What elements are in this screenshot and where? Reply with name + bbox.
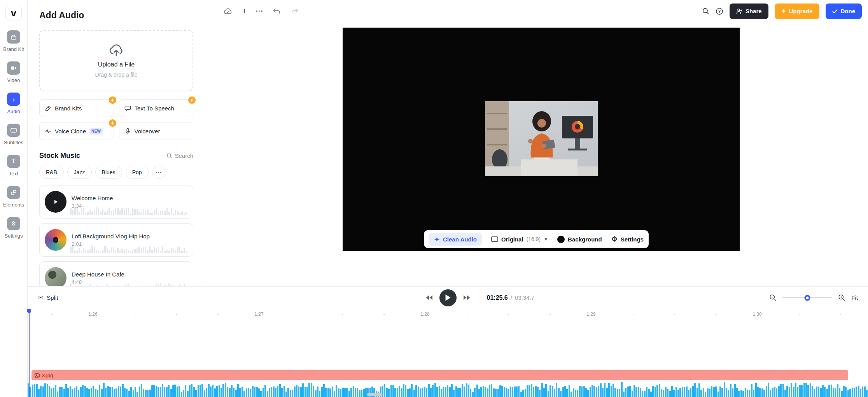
speech-bubble-icon xyxy=(124,105,131,112)
voice-clone-button[interactable]: Voice Clone NEW xyxy=(39,122,114,140)
stock-track-list: Welcome Home 3:34 Lofi Background Vlog H… xyxy=(39,185,193,286)
more-genres-button[interactable] xyxy=(152,166,165,179)
zoom-out-icon[interactable] xyxy=(769,294,777,301)
sidebar-item-text[interactable]: T Text xyxy=(7,155,20,177)
left-rail: v Brand Kit Video ♪ Audio Subtitles T Te… xyxy=(0,0,28,397)
split-button[interactable]: ✂ Split xyxy=(38,294,58,302)
play-button[interactable] xyxy=(439,289,457,306)
sidebar-item-brand-kit[interactable]: Brand Kit xyxy=(3,30,24,52)
sparkle-icon xyxy=(434,236,440,242)
stock-music-header: Stock Music Search xyxy=(39,152,193,160)
clean-audio-label: Clean Audio xyxy=(443,236,477,243)
upload-dropzone[interactable]: Upload a File Drag & drop a file xyxy=(39,30,193,91)
timeline-scrollbar-handle[interactable] xyxy=(367,393,382,396)
editor-main: 1 ? Share Upgra xyxy=(205,0,868,286)
audio-waveform-clip[interactable] xyxy=(28,382,868,397)
stock-track-item[interactable]: Deep House In Cafe 4:48 xyxy=(39,261,193,286)
sidebar-item-settings[interactable]: ⚙ Settings xyxy=(5,217,23,239)
music-note-icon: ♪ xyxy=(7,93,20,106)
video-camera-icon xyxy=(7,61,20,75)
aspect-ratio-button[interactable]: Original (16:9) ▼ xyxy=(491,236,548,243)
upgrade-button[interactable]: Upgrade xyxy=(775,3,819,19)
zoom-slider-knob[interactable] xyxy=(805,295,810,301)
sidebar-item-label: Video xyxy=(7,77,20,83)
stock-search-label: Search xyxy=(175,152,193,159)
track-title: Deep House In Cafe xyxy=(72,271,124,278)
sidebar-item-label: Settings xyxy=(5,233,23,239)
sidebar-item-label: Subtitles xyxy=(4,140,23,145)
cloud-saved-icon[interactable] xyxy=(223,7,233,15)
more-options-icon[interactable] xyxy=(256,10,262,12)
help-icon[interactable]: ? xyxy=(716,7,723,15)
text-to-speech-button[interactable]: Text To Speech xyxy=(119,99,194,117)
cloud-upload-icon xyxy=(108,44,124,58)
settings-button[interactable]: ⚙ Settings xyxy=(611,236,644,243)
scissors-icon: ✂ xyxy=(38,294,43,302)
done-button[interactable]: Done xyxy=(826,3,862,19)
text-to-speech-label: Text To Speech xyxy=(135,105,174,112)
sidebar-item-label: Brand Kit xyxy=(3,46,24,52)
share-label: Share xyxy=(746,8,762,14)
gear-icon: ⚙ xyxy=(611,236,618,243)
timeline-ruler[interactable]: 1:261:271:281:291:30 xyxy=(28,309,868,321)
audio-tools: Brand Kits Text To Speech Voice Clone NE… xyxy=(39,99,193,140)
zoom-slider[interactable] xyxy=(782,297,832,298)
image-icon xyxy=(35,373,40,378)
track-duration: 3:34 xyxy=(72,203,113,209)
share-person-icon xyxy=(736,8,742,14)
page-title: Add Audio xyxy=(39,10,193,21)
stock-search-button[interactable]: Search xyxy=(166,152,193,159)
timeline: ✂ Split 01:25.6 / 03:34.7 xyxy=(28,286,868,397)
sidebar-item-label: Audio xyxy=(7,108,20,114)
track-album-art[interactable] xyxy=(45,267,66,286)
clean-audio-button[interactable]: Clean Audio xyxy=(429,233,482,246)
monitor-icon xyxy=(491,236,498,242)
playhead[interactable] xyxy=(29,309,30,397)
done-label: Done xyxy=(841,8,856,14)
background-label: Background xyxy=(568,236,602,243)
zoom-in-icon[interactable] xyxy=(838,294,845,301)
pen-icon xyxy=(45,105,51,112)
genre-chip-rnb[interactable]: R&B xyxy=(39,166,64,179)
sidebar-item-subtitles[interactable]: Subtitles xyxy=(4,124,23,145)
track-play-button[interactable] xyxy=(45,191,66,213)
genre-chip-blues[interactable]: Blues xyxy=(95,166,122,179)
sidebar-item-video[interactable]: Video xyxy=(7,61,20,83)
top-toolbar: 1 ? Share Upgra xyxy=(205,0,868,22)
genre-chips: R&B Jazz Blues Pop xyxy=(39,166,193,179)
chevron-down-icon: ▼ xyxy=(544,237,548,241)
skip-forward-icon[interactable] xyxy=(463,295,471,301)
skip-back-icon[interactable] xyxy=(425,295,433,301)
stock-track-item[interactable]: Welcome Home 3:34 xyxy=(39,185,193,219)
track-album-art[interactable] xyxy=(45,229,66,251)
sidebar-item-elements[interactable]: Elements xyxy=(3,186,24,208)
timeline-tracks: 3.jpg xyxy=(28,321,868,397)
background-button[interactable]: Background xyxy=(557,236,602,243)
background-color-swatch xyxy=(557,236,565,243)
voice-clone-label: Voice Clone xyxy=(55,128,86,135)
brand-kits-button[interactable]: Brand Kits xyxy=(39,99,114,117)
genre-chip-pop[interactable]: Pop xyxy=(126,166,149,179)
image-clip-3jpg[interactable]: 3.jpg xyxy=(32,370,848,380)
track-duration: 4:48 xyxy=(72,279,124,285)
canvas-toolbar: Clean Audio Original (16:9) ▼ Background… xyxy=(424,230,649,248)
fit-button[interactable]: Fit xyxy=(851,294,858,301)
upload-subtitle: Drag & drop a file xyxy=(95,72,138,78)
add-audio-panel: Add Audio Upload a File Drag & drop a fi… xyxy=(28,0,205,286)
search-icon[interactable] xyxy=(702,7,709,15)
total-time: 03:34.7 xyxy=(515,294,534,301)
veed-logo[interactable]: v xyxy=(5,5,22,21)
zoom-controls: Fit xyxy=(769,294,858,301)
sidebar-item-audio[interactable]: ♪ Audio xyxy=(7,93,20,114)
upgrade-label: Upgrade xyxy=(789,8,813,14)
track-duration: 2:01 xyxy=(72,241,150,247)
timecode-display: 01:25.6 / 03:34.7 xyxy=(487,294,534,301)
video-preview-canvas[interactable] xyxy=(343,28,740,251)
voiceover-button[interactable]: Voiceover xyxy=(119,122,194,140)
track-title: Welcome Home xyxy=(72,195,113,201)
undo-icon[interactable] xyxy=(273,8,281,15)
share-button[interactable]: Share xyxy=(730,3,768,19)
genre-chip-jazz[interactable]: Jazz xyxy=(67,166,92,179)
redo-icon[interactable] xyxy=(291,8,299,15)
stock-track-item[interactable]: Lofi Background Vlog Hip Hop 2:01 xyxy=(39,223,193,257)
